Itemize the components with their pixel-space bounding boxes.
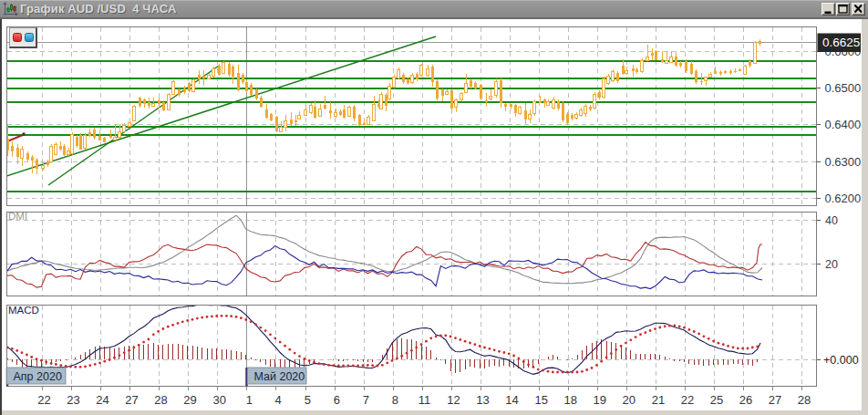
svg-text:15: 15: [534, 393, 547, 407]
svg-text:1: 1: [246, 393, 253, 407]
svg-text:5: 5: [305, 393, 311, 407]
svg-text:40: 40: [825, 214, 838, 227]
svg-text:7: 7: [363, 393, 369, 407]
svg-text:0.6300: 0.6300: [825, 155, 862, 169]
svg-text:23: 23: [67, 393, 79, 407]
svg-text:Май 2020: Май 2020: [254, 370, 305, 383]
svg-text:22: 22: [37, 393, 50, 407]
svg-text:26: 26: [739, 393, 752, 407]
svg-text:DMI: DMI: [8, 211, 27, 222]
svg-text:0.6500: 0.6500: [825, 81, 862, 95]
svg-text:14: 14: [505, 393, 518, 407]
svg-text:20: 20: [623, 393, 636, 407]
svg-text:27: 27: [769, 393, 781, 407]
svg-text:4: 4: [274, 393, 281, 407]
svg-text:0.6200: 0.6200: [825, 192, 862, 205]
svg-text:21: 21: [652, 393, 665, 407]
svg-text:25: 25: [710, 393, 723, 407]
svg-text:28: 28: [154, 393, 167, 407]
svg-text:MACD: MACD: [8, 305, 39, 316]
svg-text:8: 8: [392, 393, 398, 407]
svg-text:27: 27: [125, 393, 138, 407]
svg-text:6: 6: [334, 393, 340, 407]
svg-text:18: 18: [563, 393, 576, 407]
svg-text:13: 13: [476, 393, 489, 407]
svg-text:30: 30: [212, 393, 225, 407]
svg-text:0.6400: 0.6400: [825, 118, 862, 131]
svg-text:+0.000: +0.000: [823, 354, 859, 367]
svg-text:11: 11: [418, 393, 431, 407]
svg-text:22: 22: [681, 393, 694, 407]
svg-text:Апр 2020: Апр 2020: [14, 370, 62, 383]
svg-text:0.6625: 0.6625: [822, 36, 860, 49]
svg-text:24: 24: [96, 393, 108, 407]
svg-text:28: 28: [798, 393, 811, 407]
svg-text:19: 19: [594, 393, 606, 407]
svg-text:20: 20: [825, 258, 838, 271]
svg-text:29: 29: [183, 393, 196, 407]
svg-text:12: 12: [447, 393, 460, 407]
